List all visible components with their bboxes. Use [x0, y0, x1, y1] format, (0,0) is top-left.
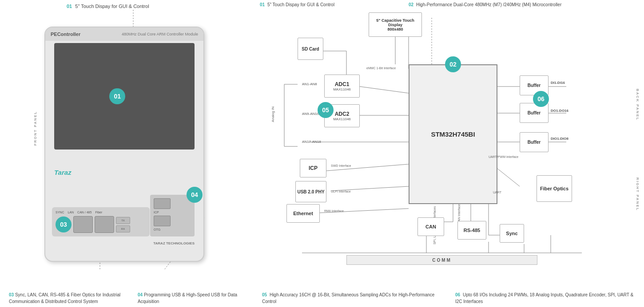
- fiber-label: Fiber: [95, 211, 102, 214]
- top-ann-02-text: High-Performance Dual-Core 480MHz (M7) /…: [416, 2, 561, 7]
- port-sync: [73, 216, 93, 233]
- rmii-label: RMII Interface: [324, 209, 344, 213]
- ann-03-num: 03: [9, 292, 14, 297]
- ann-04-text: Programming USB & High-Speed USB for Dat…: [138, 292, 237, 304]
- device-brand: PEController: [51, 31, 80, 37]
- top-ann-02-num: 02: [409, 2, 413, 7]
- an17-an18-label: AN17-AN18: [302, 140, 321, 144]
- taraz-technologies: TARAZ TECHNOLOGIES: [153, 241, 195, 245]
- icp-label-text: ICP: [154, 211, 159, 214]
- top-ann-02: 02 High-Performance Dual-Core 480MHz (M7…: [409, 2, 561, 7]
- ann-06-block: 06 Upto 68 I/Os Including 24 PWMs, 18 An…: [455, 291, 640, 305]
- taraz-logo-text: Taraz: [54, 169, 72, 176]
- uart-pwm-text: UART/PWM Interface: [489, 155, 518, 158]
- mcu-label: STM32H745BI: [431, 130, 475, 138]
- badge-06: 06: [533, 91, 549, 107]
- do1-do16-label: DO1-DO16: [551, 109, 568, 113]
- ann-05-block: 05 High Accuracy 16CH @ 16-Bit, Simultan…: [262, 291, 446, 305]
- back-panel-label: BACK PANEL: [636, 89, 640, 121]
- do1-do16-text: DO1-DO16: [551, 109, 568, 113]
- top-ann-01-text: 5" Touch Dispay for GUI & Control: [267, 2, 334, 7]
- ann-06-text: Upto 68 I/Os Including 24 PWMs, 18 Analo…: [455, 292, 633, 304]
- comm-label: COMM: [432, 258, 452, 263]
- touch-display-label: 5" Capacitive Touch Display 800x480: [369, 18, 421, 31]
- di1-di16-label: DI1-DI16: [551, 81, 565, 85]
- uart-text: UART: [493, 191, 501, 194]
- usb-phy-box: USB 2.0 PHY: [295, 181, 326, 202]
- fiber-tx: TX: [116, 217, 130, 224]
- otg-port: [154, 216, 171, 226]
- icp-label: ICP: [154, 211, 191, 214]
- ann-04-num: 04: [138, 292, 143, 297]
- adc1-sub: MAX11046: [333, 87, 351, 91]
- ann-06-num: 06: [455, 292, 460, 297]
- badge-04: 04: [187, 187, 203, 203]
- an17-an18-text: AN17-AN18: [302, 140, 321, 144]
- badge-02: 02: [445, 56, 461, 72]
- dio1-dio8-label: DIO1-DIO8: [551, 137, 568, 141]
- rmii-text: RMII Interface: [324, 209, 344, 213]
- can-box-label: CAN: [425, 224, 436, 229]
- ann-04-block: 04 Programming USB & High-Speed USB for …: [138, 291, 258, 305]
- tx-label: TX: [121, 219, 125, 222]
- rs485-box-label: RS-485: [464, 228, 480, 233]
- emmc-label: eMMC 1-Bit Interface: [366, 67, 396, 70]
- device-screen: 01: [54, 43, 195, 150]
- buffer2-label: Buffer: [528, 110, 541, 115]
- right-panel-side-text: RIGHT PANEL: [636, 177, 640, 211]
- device-body: PEController 480MHz Dual Core ARM Contro…: [44, 27, 204, 262]
- fiber-optics-label: Fiber Optics: [540, 186, 568, 191]
- ann-03-text: Sync, LAN, CAN, RS-485 & Fiber Optics fo…: [9, 292, 120, 304]
- device-top-bar: PEController 480MHz Dual Core ARM Contro…: [45, 28, 203, 41]
- adc1-box: ADC1 MAX11046: [324, 75, 360, 98]
- adc2-sub: MAX11046: [333, 117, 351, 121]
- adc2-label: ADC2: [335, 111, 350, 117]
- top-ann-01: 01 5" Touch Dispay for GUI & Control: [260, 2, 334, 7]
- fiber-optics-box: Fiber Optics: [537, 175, 572, 202]
- ports-row: 03 TX RX: [56, 216, 146, 233]
- annotation-01-text: 5" Touch Dispay for GUI & Control: [75, 4, 149, 9]
- otg-label: OTG: [154, 228, 191, 231]
- badge-01: 01: [109, 88, 125, 104]
- rs485-box: RS-485: [457, 221, 486, 240]
- lan-label: LAN: [68, 211, 74, 214]
- badge-03-number: 03: [60, 221, 67, 228]
- rx-label: RX: [121, 228, 125, 230]
- sync-box-label: Sync: [506, 231, 517, 236]
- sd-card-label: SD Card: [302, 47, 319, 51]
- badge-05: 05: [318, 102, 334, 118]
- badge-04-number: 04: [191, 191, 198, 198]
- svg-line-8: [360, 87, 409, 93]
- comm-bar: COMM: [346, 255, 537, 265]
- swd-label: SWD Interface: [331, 164, 351, 167]
- fiber-ports: TX RX: [116, 217, 130, 232]
- badge-02-number: 02: [449, 61, 457, 68]
- an1-an8-text: AN1-AN8: [302, 82, 317, 86]
- fiber-rx: RX: [116, 225, 130, 232]
- buffer3-box: Buffer: [520, 132, 549, 152]
- port-labels: SYNC LAN CAN / 485 Fiber: [56, 211, 146, 214]
- emmc-text: eMMC 1-Bit Interface: [366, 67, 396, 70]
- di1-di16-text: DI1-DI16: [551, 81, 565, 85]
- front-panel-label: FRONT PANEL: [33, 111, 37, 146]
- port-lan: [95, 216, 114, 233]
- adc1-label: ADC1: [335, 81, 350, 87]
- can-box: CAN: [417, 217, 444, 236]
- icp-port: [154, 198, 171, 209]
- analog-in-text: Analog IN: [271, 106, 275, 122]
- can-label: CAN / 485: [77, 211, 91, 214]
- annotation-01-label: 01 5" Touch Dispay for GUI & Control: [67, 4, 149, 9]
- dio1-dio8-text: DIO1-DIO8: [551, 137, 568, 141]
- taraz-tech-text: TARAZ TECHNOLOGIES: [153, 241, 195, 245]
- an9-an16-text: AN9-AN16: [302, 112, 319, 116]
- device-model: 480MHz Dual Core ARM Controller Module: [122, 32, 198, 36]
- icp-box: ICP: [300, 159, 326, 177]
- ann-03-block: 03 Sync, LAN, CAN, RS-485 & Fiber Optics…: [9, 291, 129, 305]
- right-panel: 01 5" Touch Dispay for GUI & Control 02 …: [258, 0, 644, 307]
- left-panel: 01 5" Touch Dispay for GUI & Control PEC…: [0, 0, 258, 307]
- badge-06-number: 06: [537, 95, 545, 102]
- top-ann-01-num: 01: [260, 2, 265, 7]
- analog-in-label: Analog IN: [271, 106, 275, 122]
- touch-display-box: 5" Capacitive Touch Display 800x480: [369, 12, 422, 37]
- bottom-annotations-right: 05 High Accuracy 16CH @ 16-Bit, Simultan…: [258, 291, 644, 305]
